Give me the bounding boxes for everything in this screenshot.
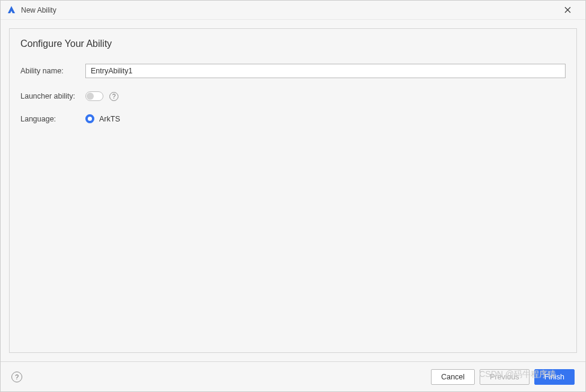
launcher-ability-label: Launcher ability:	[20, 92, 85, 100]
language-radio-group: ArkTS	[85, 114, 120, 123]
finish-button[interactable]: Finish	[534, 369, 575, 385]
content-panel: Configure Your Ability Ability name: Lau…	[9, 28, 577, 353]
footer: ? Cancel Previous Finish	[1, 361, 585, 391]
app-icon	[7, 5, 16, 15]
language-radio-arkts[interactable]	[85, 114, 94, 123]
content-wrapper: Configure Your Ability Ability name: Lau…	[1, 20, 585, 361]
row-language: Language: ArkTS	[20, 114, 566, 123]
row-launcher-ability: Launcher ability: ?	[20, 91, 566, 101]
dialog-window: New Ability Configure Your Ability Abili…	[0, 0, 586, 392]
row-ability-name: Ability name:	[20, 64, 566, 78]
ability-name-label: Ability name:	[20, 67, 85, 75]
help-icon[interactable]: ?	[109, 92, 118, 101]
window-title: New Ability	[21, 6, 555, 14]
ability-name-input[interactable]	[85, 64, 566, 78]
close-button[interactable]	[555, 2, 579, 19]
titlebar: New Ability	[1, 1, 585, 20]
previous-button: Previous	[480, 369, 530, 385]
footer-help-icon[interactable]: ?	[11, 372, 22, 382]
launcher-ability-toggle[interactable]	[85, 91, 103, 101]
cancel-button[interactable]: Cancel	[431, 369, 475, 385]
language-label: Language:	[20, 115, 85, 123]
language-radio-label: ArkTS	[99, 115, 120, 123]
toggle-knob	[87, 93, 94, 100]
section-title: Configure Your Ability	[20, 38, 566, 49]
